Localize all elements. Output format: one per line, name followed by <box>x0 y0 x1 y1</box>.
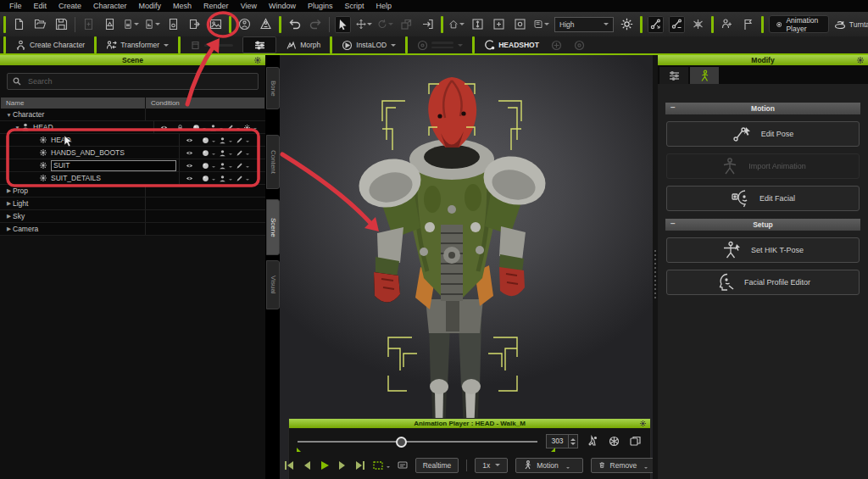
mesh-icon[interactable] <box>219 175 226 182</box>
adjust-sliders-button[interactable] <box>242 36 276 53</box>
motion-button[interactable]: Motion <box>515 458 583 473</box>
tab-animation[interactable] <box>690 67 719 84</box>
menu-render[interactable]: Render <box>198 2 235 10</box>
edit-icon[interactable] <box>226 124 234 131</box>
edit-icon[interactable] <box>236 175 243 182</box>
edit-icon[interactable] <box>236 136 243 144</box>
search-input[interactable] <box>26 76 253 86</box>
export-usd-icon[interactable] <box>165 16 181 33</box>
tree-row-camera[interactable]: ▶Camera <box>0 223 265 236</box>
settings-icon[interactable] <box>243 124 251 131</box>
material-sphere-icon[interactable] <box>192 124 200 131</box>
new-project-icon[interactable] <box>11 16 27 33</box>
tab-content[interactable]: Content <box>266 135 280 189</box>
character-model[interactable] <box>280 55 653 479</box>
realtime-button[interactable]: Realtime <box>415 458 459 473</box>
export-obj-icon[interactable] <box>123 16 139 33</box>
column-header-name[interactable]: Name <box>1 97 145 109</box>
menu-plugins[interactable]: Plugins <box>302 2 339 10</box>
edit-pose-tool-icon[interactable] <box>648 16 664 33</box>
mesh-icon[interactable] <box>219 162 226 170</box>
scene-search[interactable] <box>7 73 259 90</box>
export-file-icon[interactable] <box>102 16 118 33</box>
edit-icon[interactable] <box>236 149 243 157</box>
speed-dropdown[interactable]: 1x <box>475 458 508 473</box>
headshot-button[interactable]: HEADSHOT <box>481 37 542 53</box>
tree-row-character[interactable]: ▼Character <box>0 109 265 121</box>
step-back-icon[interactable] <box>302 461 312 470</box>
section-header-setup[interactable]: − Setup <box>665 219 860 231</box>
menu-mesh[interactable]: Mesh <box>167 2 198 10</box>
timeline-slider[interactable] <box>298 441 537 443</box>
send-to-icon[interactable] <box>186 16 203 33</box>
tree-row-suit-details[interactable]: SUIT_DETAILS <box>0 172 265 185</box>
tree-row-prop[interactable]: ▶Prop <box>0 185 265 198</box>
range-end-marker[interactable] <box>551 448 555 452</box>
rotate-tool-icon[interactable] <box>377 16 393 33</box>
menu-file[interactable]: File <box>3 2 28 10</box>
edit-motion-tool-icon[interactable] <box>669 16 685 33</box>
character-preview-icon[interactable] <box>236 16 253 33</box>
hint-note-icon[interactable] <box>398 461 408 470</box>
menu-view[interactable]: View <box>235 2 263 10</box>
gesture-icon[interactable] <box>608 435 620 448</box>
set-hik-tpose-button[interactable]: Set HIK T-Pose <box>666 237 860 263</box>
undo-icon[interactable] <box>287 16 303 33</box>
camera-book-icon[interactable] <box>533 16 549 33</box>
animation-player-button[interactable]: Animation Player <box>769 15 829 33</box>
instalod-button[interactable]: InstaLOD <box>339 37 398 53</box>
material-sphere-icon[interactable] <box>202 149 209 157</box>
play-icon[interactable] <box>320 461 330 470</box>
edit-pose-button[interactable]: Edit Pose <box>666 121 860 147</box>
pose-tool-icon[interactable] <box>258 16 274 33</box>
menu-character[interactable]: Character <box>87 2 133 10</box>
menu-modify[interactable]: Modify <box>133 2 168 10</box>
visibility-icon[interactable] <box>186 149 193 157</box>
foot-contact-icon[interactable] <box>587 435 599 448</box>
dock-tool-icon[interactable] <box>420 16 436 33</box>
mesh-icon[interactable] <box>219 136 226 144</box>
menu-help[interactable]: Help <box>370 2 398 10</box>
visibility-icon[interactable] <box>186 136 193 144</box>
tab-attributes[interactable] <box>659 67 688 84</box>
tree-row-suit[interactable]: SUIT <box>0 159 265 172</box>
export-fbx-icon[interactable] <box>144 16 160 33</box>
transformer-button[interactable]: Transformer <box>103 37 171 53</box>
move-tool-icon[interactable] <box>356 16 372 33</box>
render-image-icon[interactable] <box>208 16 224 33</box>
timeline-handle[interactable] <box>396 437 407 448</box>
add-actor-icon[interactable] <box>719 16 735 33</box>
animation-settings-icon[interactable] <box>639 420 647 427</box>
home-view-icon[interactable] <box>448 16 465 33</box>
render-quality-dropdown[interactable]: High <box>554 17 614 32</box>
mesh-icon[interactable] <box>209 124 217 131</box>
mesh-icon[interactable] <box>219 149 226 157</box>
tree-row-light[interactable]: ▶Light <box>0 198 265 210</box>
lighting-icon[interactable] <box>619 16 635 33</box>
frame-spinner[interactable]: 303 <box>546 434 578 448</box>
rename-field[interactable]: SUIT <box>51 160 176 171</box>
menu-window[interactable]: Window <box>263 2 302 10</box>
tree-row-head[interactable]: HEAD <box>0 134 265 147</box>
menu-edit[interactable]: Edit <box>28 2 53 10</box>
tab-scene[interactable]: Scene <box>266 199 280 255</box>
step-forward-icon[interactable] <box>337 461 348 470</box>
menu-create[interactable]: Create <box>53 2 87 10</box>
section-header-motion[interactable]: − Motion <box>665 103 860 114</box>
redo-icon[interactable] <box>308 16 324 33</box>
menu-script[interactable]: Script <box>339 2 370 10</box>
visibility-icon[interactable] <box>160 124 168 131</box>
scale-tool-icon[interactable] <box>398 16 415 33</box>
tree-row-head-parent[interactable]: ▼ HEAD <box>0 121 265 134</box>
tab-bone[interactable]: Bone <box>266 67 280 109</box>
turntable-button[interactable]: Turntable <box>834 19 868 31</box>
save-project-icon[interactable] <box>53 16 70 33</box>
range-start-marker[interactable] <box>297 448 301 452</box>
visibility-icon[interactable] <box>186 162 193 170</box>
fit-vertical-icon[interactable] <box>470 16 486 33</box>
material-sphere-icon[interactable] <box>202 175 209 182</box>
edit-facial-button[interactable]: Edit Facial <box>666 186 860 211</box>
modify-settings-icon[interactable] <box>856 56 865 64</box>
3d-viewport[interactable]: Animation Player : HEAD - Walk_M 303 <box>280 55 653 479</box>
material-sphere-icon[interactable] <box>202 162 209 170</box>
